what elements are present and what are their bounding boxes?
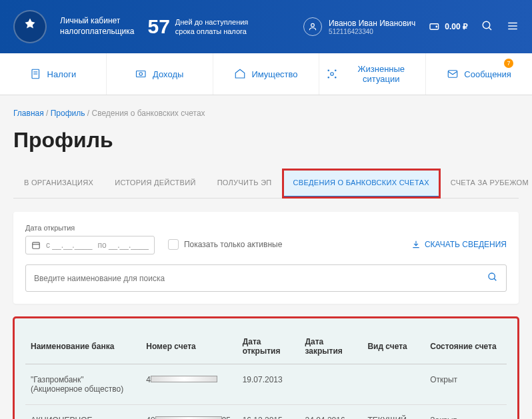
active-only-checkbox[interactable]: Показать только активные (168, 239, 282, 250)
svg-rect-19 (33, 242, 40, 248)
svg-point-15 (335, 70, 337, 71)
svg-point-0 (311, 23, 315, 27)
cell-opened: 16.12.2015 (237, 405, 300, 420)
nav-taxes[interactable]: Налоги (0, 53, 107, 95)
tab-history[interactable]: ИСТОРИЯ ДЕЙСТВИЙ (104, 169, 206, 198)
nav-messages[interactable]: Сообщения 7 (426, 53, 532, 95)
cell-type: ТЕКУЩИЙ (362, 405, 425, 420)
cell-bank: "Газпромбанк" (Акционерное общество) (25, 364, 141, 405)
svg-rect-18 (449, 71, 458, 78)
breadcrumb-current: Сведения о банковских счетах (92, 109, 205, 118)
search-input[interactable] (34, 274, 487, 283)
search-icon[interactable] (481, 20, 493, 34)
tab-signature[interactable]: ПОЛУЧИТЬ ЭП (207, 169, 283, 198)
table-row[interactable]: АКЦИОНЕРНОЕ ОБЩЕСТВО "АЛЬФА-БАНК" 4095 1… (25, 405, 507, 420)
cell-type (362, 364, 425, 405)
brand-text: Личный кабинет налогоплательщика (60, 16, 134, 37)
cell-account: 4095 (141, 405, 237, 420)
svg-point-17 (335, 77, 337, 79)
main-nav: Налоги Доходы Имущество Жизненные ситуац… (0, 53, 532, 95)
messages-icon (447, 68, 459, 80)
svg-point-13 (331, 73, 334, 76)
cell-status: Открыт (425, 364, 507, 405)
breadcrumb-profile[interactable]: Профиль (51, 109, 85, 118)
calendar-icon (31, 240, 41, 250)
svg-line-4 (489, 27, 491, 30)
svg-point-12 (139, 73, 143, 76)
accounts-table-wrap: Наименование банка Номер счета Дата откр… (13, 317, 519, 419)
th-status[interactable]: Состояние счета (425, 329, 507, 364)
cell-account: 4 (141, 364, 237, 405)
nav-property[interactable]: Имущество (213, 53, 320, 95)
th-type[interactable]: Вид счета (362, 329, 425, 364)
property-icon (234, 68, 246, 80)
cell-closed (300, 364, 363, 405)
svg-line-22 (494, 278, 496, 280)
tab-bank-accounts[interactable]: СВЕДЕНИЯ О БАНКОВСКИХ СЧЕТАХ (283, 169, 440, 198)
situations-icon (326, 68, 338, 80)
search-box[interactable] (25, 264, 507, 292)
download-icon (411, 240, 421, 249)
th-opened[interactable]: Дата открытия (237, 329, 300, 364)
breadcrumb: Главная / Профиль / Сведения о банковски… (13, 109, 519, 118)
svg-point-14 (328, 70, 329, 71)
th-account[interactable]: Номер счета (141, 329, 237, 364)
menu-icon[interactable] (507, 20, 519, 34)
taxes-icon (30, 68, 42, 80)
tabs: В ОРГАНИЗАЦИЯХ ИСТОРИЯ ДЕЙСТВИЙ ПОЛУЧИТЬ… (13, 169, 532, 198)
tabs-wrap: В ОРГАНИЗАЦИЯХ ИСТОРИЯ ДЕЙСТВИЙ ПОЛУЧИТЬ… (13, 169, 519, 199)
wallet-balance[interactable]: 0.00 ₽ (429, 22, 468, 31)
svg-point-21 (489, 273, 495, 279)
user-id: 512116423340 (329, 28, 415, 35)
download-button[interactable]: СКАЧАТЬ СВЕДЕНИЯ (411, 240, 507, 249)
user-icon (303, 17, 322, 36)
cell-bank: АКЦИОНЕРНОЕ ОБЩЕСТВО "АЛЬФА-БАНК" (25, 405, 141, 420)
tab-foreign[interactable]: СЧЕТА ЗА РУБЕЖОМ (440, 169, 532, 198)
nav-income[interactable]: Доходы (107, 53, 213, 95)
page-title: Профиль (13, 128, 519, 153)
cell-opened: 19.07.2013 (237, 364, 300, 405)
days-counter: 57 Дней до наступления срока оплаты нало… (147, 15, 248, 38)
accounts-table: Наименование банка Номер счета Дата откр… (25, 329, 507, 419)
emblem-logo (13, 10, 47, 43)
cell-status: Закрыт (425, 405, 507, 420)
user-block[interactable]: Иванов Иван Иванович 512116423340 (303, 17, 415, 36)
filters-panel: Дата открытия с __.__.____ по __.__.____… (13, 212, 519, 304)
svg-point-3 (483, 21, 490, 29)
svg-point-2 (436, 26, 437, 27)
date-filter: Дата открытия с __.__.____ по __.__.____ (25, 224, 155, 254)
income-icon (135, 68, 147, 80)
svg-point-16 (328, 77, 329, 79)
th-closed[interactable]: Дата закрытия (300, 329, 363, 364)
messages-badge: 7 (504, 59, 513, 68)
date-range-input[interactable]: с __.__.____ по __.__.____ (25, 236, 155, 254)
breadcrumb-home[interactable]: Главная (13, 109, 44, 118)
search-icon[interactable] (487, 272, 498, 284)
user-name: Иванов Иван Иванович (329, 19, 415, 28)
cell-closed: 24.04.2016 (300, 405, 363, 420)
header: Личный кабинет налогоплательщика 57 Дней… (0, 0, 532, 53)
table-row[interactable]: "Газпромбанк" (Акционерное общество) 4 1… (25, 364, 507, 405)
content: Главная / Профиль / Сведения о банковски… (0, 95, 532, 419)
tab-organizations[interactable]: В ОРГАНИЗАЦИЯХ (13, 169, 104, 198)
nav-situations[interactable]: Жизненные ситуации (319, 53, 426, 95)
th-bank[interactable]: Наименование банка (25, 329, 141, 364)
svg-rect-11 (137, 71, 146, 77)
